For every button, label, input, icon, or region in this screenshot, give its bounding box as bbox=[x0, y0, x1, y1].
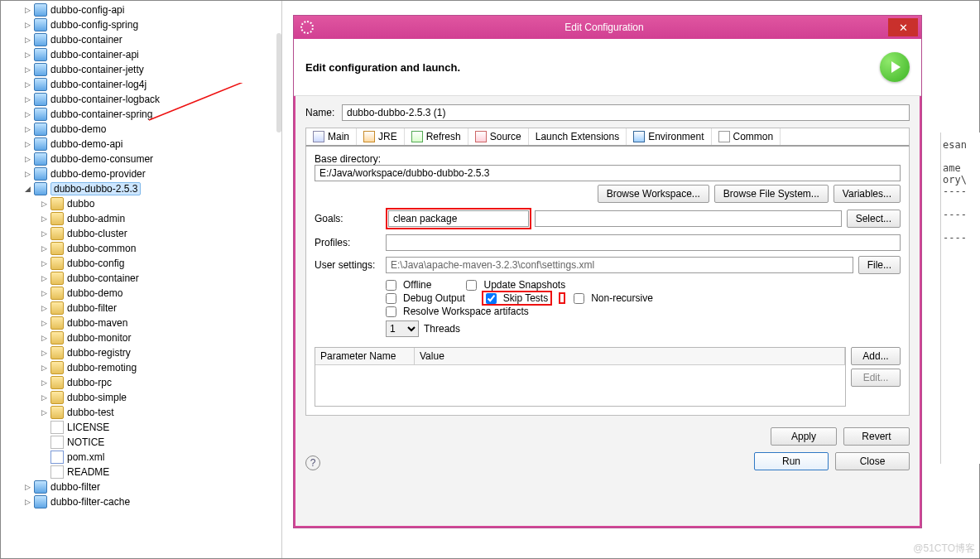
update-snapshots-checkbox[interactable]: Update Snapshots bbox=[466, 279, 565, 291]
tree-item[interactable]: ▷dubbo-remoting bbox=[1, 360, 281, 375]
tree-item[interactable]: ▷dubbo-container-logback bbox=[1, 92, 281, 107]
tree-item[interactable]: ▷dubbo-demo bbox=[1, 286, 281, 301]
close-button[interactable]: Close bbox=[835, 452, 910, 470]
tree-item[interactable]: ▷dubbo-monitor bbox=[1, 330, 281, 345]
browse-filesystem-button[interactable]: Browse File System... bbox=[714, 185, 829, 203]
file-button[interactable]: File... bbox=[858, 256, 901, 274]
tab-refresh[interactable]: Refresh bbox=[405, 128, 468, 145]
expand-icon[interactable]: ▷ bbox=[40, 319, 48, 327]
expand-icon[interactable]: ▷ bbox=[40, 289, 48, 297]
expand-icon[interactable]: ▷ bbox=[23, 483, 31, 491]
help-icon[interactable]: ? bbox=[305, 455, 320, 470]
tree-item[interactable]: ▷dubbo-container bbox=[1, 32, 281, 47]
tab-main[interactable]: Main bbox=[306, 128, 357, 145]
tree-item[interactable]: ▷dubbo-container-spring bbox=[1, 107, 281, 122]
expand-icon[interactable]: ▷ bbox=[40, 214, 48, 223]
project-tree[interactable]: ▷dubbo-config-api▷dubbo-config-spring▷du… bbox=[1, 1, 282, 558]
revert-button[interactable]: Revert bbox=[843, 427, 910, 446]
tree-item[interactable]: ▷dubbo-config-spring bbox=[1, 17, 281, 32]
base-directory-input[interactable] bbox=[315, 165, 901, 181]
tree-item[interactable]: ▷dubbo-maven bbox=[1, 316, 281, 330]
tab-launch-extensions[interactable]: Launch Extensions bbox=[529, 128, 627, 145]
parameters-table[interactable]: Parameter Name Value bbox=[315, 347, 846, 407]
goals-input[interactable] bbox=[388, 210, 529, 227]
tree-item[interactable]: ▷dubbo-cluster bbox=[1, 226, 281, 241]
name-input[interactable] bbox=[342, 104, 910, 121]
tree-item[interactable]: ▷dubbo-registry bbox=[1, 345, 281, 360]
select-goals-button[interactable]: Select... bbox=[847, 210, 901, 228]
tab-common[interactable]: Common bbox=[712, 128, 781, 145]
expand-icon[interactable]: ▷ bbox=[40, 349, 48, 357]
expand-icon[interactable]: ▷ bbox=[23, 21, 31, 29]
tree-item[interactable]: ▷dubbo bbox=[1, 196, 281, 211]
edit-param-button[interactable]: Edit... bbox=[851, 369, 901, 387]
expand-icon[interactable]: ◢ bbox=[23, 185, 31, 193]
expand-icon[interactable]: ▷ bbox=[40, 393, 48, 402]
expand-icon[interactable]: ▷ bbox=[23, 498, 31, 506]
debug-output-checkbox[interactable]: Debug Output bbox=[386, 292, 465, 304]
resolve-workspace-checkbox[interactable]: Resolve Workspace artifacts bbox=[386, 306, 529, 317]
variables-button[interactable]: Variables... bbox=[833, 185, 901, 203]
expand-icon[interactable]: ▷ bbox=[23, 80, 31, 89]
skip-tests-checkbox[interactable]: Skip Tests bbox=[486, 292, 548, 304]
expand-icon[interactable]: ▷ bbox=[23, 140, 31, 148]
profiles-input[interactable] bbox=[386, 234, 901, 251]
non-recursive-checkbox[interactable]: Non-recursive bbox=[574, 292, 653, 304]
close-icon[interactable]: ✕ bbox=[888, 18, 918, 36]
user-settings-input[interactable] bbox=[386, 257, 853, 273]
tab-jre[interactable]: JRE bbox=[357, 128, 405, 145]
expand-icon[interactable]: ▷ bbox=[40, 334, 48, 342]
browse-workspace-button[interactable]: Browse Workspace... bbox=[598, 185, 709, 203]
tree-item[interactable]: README bbox=[1, 465, 281, 479]
tree-item[interactable]: ▷dubbo-rpc bbox=[1, 375, 281, 390]
expand-icon[interactable]: ▷ bbox=[23, 125, 31, 133]
expand-icon[interactable]: ▷ bbox=[40, 364, 48, 372]
expand-icon[interactable]: ▷ bbox=[40, 378, 48, 387]
tree-item[interactable]: ▷dubbo-config-api bbox=[1, 2, 281, 17]
tree-item[interactable]: ▷dubbo-demo bbox=[1, 122, 281, 137]
expand-icon[interactable]: ▷ bbox=[40, 408, 48, 417]
tree-item[interactable]: LICENSE bbox=[1, 420, 281, 435]
expand-icon[interactable]: ▷ bbox=[23, 110, 31, 118]
expand-icon[interactable]: ▷ bbox=[23, 155, 31, 163]
expand-icon[interactable]: ▷ bbox=[40, 244, 48, 253]
tree-item[interactable]: ▷dubbo-demo-api bbox=[1, 137, 281, 152]
tree-item[interactable]: ▷dubbo-filter-cache bbox=[1, 494, 281, 509]
add-param-button[interactable]: Add... bbox=[851, 347, 901, 365]
tree-item[interactable]: ▷dubbo-filter bbox=[1, 479, 281, 494]
expand-icon[interactable]: ▷ bbox=[40, 229, 48, 238]
tree-item[interactable]: ◢dubbo-dubbo-2.5.3 bbox=[1, 181, 281, 196]
tree-item[interactable]: ▷dubbo-filter bbox=[1, 301, 281, 316]
expand-icon[interactable]: ▷ bbox=[23, 170, 31, 178]
expand-icon[interactable]: ▷ bbox=[40, 200, 48, 208]
tree-scrollbar[interactable] bbox=[276, 33, 281, 133]
apply-button[interactable]: Apply bbox=[771, 427, 837, 446]
offline-checkbox[interactable]: Offline bbox=[386, 279, 431, 291]
expand-icon[interactable]: ▷ bbox=[23, 6, 31, 14]
goals-input-ext[interactable] bbox=[535, 210, 842, 227]
tab-source[interactable]: Source bbox=[468, 128, 529, 145]
tree-item[interactable]: ▷dubbo-demo-provider bbox=[1, 166, 281, 181]
tab-environment[interactable]: Environment bbox=[627, 128, 711, 145]
tree-item[interactable]: ▷dubbo-container-api bbox=[1, 47, 281, 62]
expand-icon[interactable]: ▷ bbox=[23, 65, 31, 74]
expand-icon[interactable]: ▷ bbox=[40, 259, 48, 267]
expand-icon[interactable]: ▷ bbox=[40, 304, 48, 312]
tree-item[interactable]: NOTICE bbox=[1, 435, 281, 450]
tree-item[interactable]: ▷dubbo-demo-consumer bbox=[1, 152, 281, 166]
tree-item[interactable]: pom.xml bbox=[1, 450, 281, 465]
expand-icon[interactable]: ▷ bbox=[23, 36, 31, 44]
tree-item[interactable]: ▷dubbo-container-log4j bbox=[1, 77, 281, 92]
tree-item[interactable]: ▷dubbo-test bbox=[1, 405, 281, 420]
expand-icon[interactable]: ▷ bbox=[23, 95, 31, 104]
threads-select[interactable]: 1 bbox=[386, 320, 419, 337]
tree-item[interactable]: ▷dubbo-container bbox=[1, 271, 281, 286]
tree-item[interactable]: ▷dubbo-simple bbox=[1, 390, 281, 405]
tree-item[interactable]: ▷dubbo-admin bbox=[1, 211, 281, 226]
tree-item[interactable]: ▷dubbo-common bbox=[1, 241, 281, 256]
tree-item[interactable]: ▷dubbo-config bbox=[1, 256, 281, 271]
expand-icon[interactable]: ▷ bbox=[23, 51, 31, 59]
tree-item[interactable]: ▷dubbo-container-jetty bbox=[1, 62, 281, 77]
run-button[interactable]: Run bbox=[754, 452, 829, 470]
expand-icon[interactable]: ▷ bbox=[40, 274, 48, 282]
